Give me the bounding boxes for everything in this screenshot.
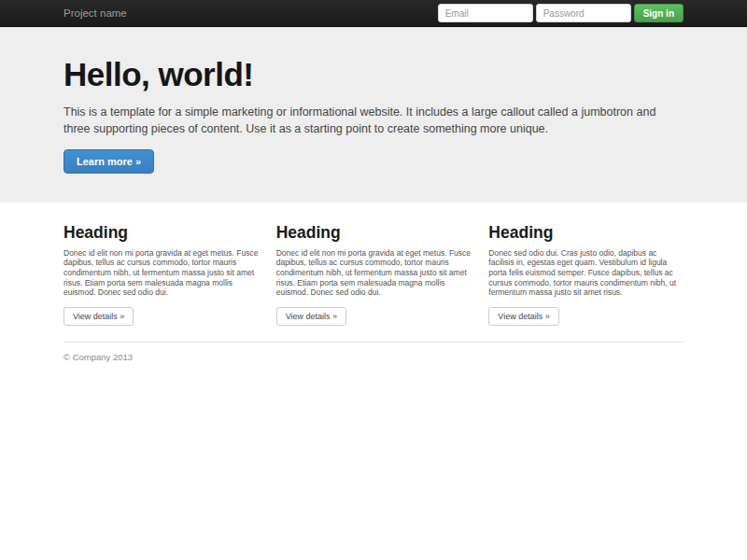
jumbotron-title: Hello, world! xyxy=(63,57,684,93)
page-footer: © Company 2013 xyxy=(63,352,684,362)
email-input[interactable] xyxy=(438,4,533,22)
content-column-3: Heading Donec sed odio dui. Cras justo o… xyxy=(488,223,684,326)
column-heading: Heading xyxy=(488,223,684,242)
navbar: Project name Sign in xyxy=(0,0,747,27)
footer-divider xyxy=(63,342,684,343)
content-column-1: Heading Donec id elit non mi porta gravi… xyxy=(63,223,259,326)
jumbotron: Hello, world! This is a template for a s… xyxy=(0,27,747,203)
column-heading: Heading xyxy=(63,223,259,242)
jumbotron-description: This is a template for a simple marketin… xyxy=(63,104,684,137)
sign-in-button[interactable]: Sign in xyxy=(634,4,684,22)
password-input[interactable] xyxy=(536,4,631,22)
content-column-2: Heading Donec id elit non mi porta gravi… xyxy=(276,223,472,326)
view-details-button-2[interactable]: View details » xyxy=(276,307,346,326)
signin-form: Sign in xyxy=(438,4,684,22)
column-heading: Heading xyxy=(276,223,472,242)
navbar-brand[interactable]: Project name xyxy=(63,7,127,19)
view-details-button-3[interactable]: View details » xyxy=(488,307,558,326)
column-text: Donec id elit non mi porta gravida at eg… xyxy=(276,248,472,298)
column-text: Donec sed odio dui. Cras justo odio, dap… xyxy=(488,248,684,298)
learn-more-button[interactable]: Learn more » xyxy=(63,149,154,174)
column-text: Donec id elit non mi porta gravida at eg… xyxy=(63,248,259,298)
content-area: Heading Donec id elit non mi porta gravi… xyxy=(63,203,684,362)
columns-row: Heading Donec id elit non mi porta gravi… xyxy=(63,223,684,326)
view-details-button-1[interactable]: View details » xyxy=(63,307,134,326)
copyright-text: © Company 2013 xyxy=(63,352,684,362)
